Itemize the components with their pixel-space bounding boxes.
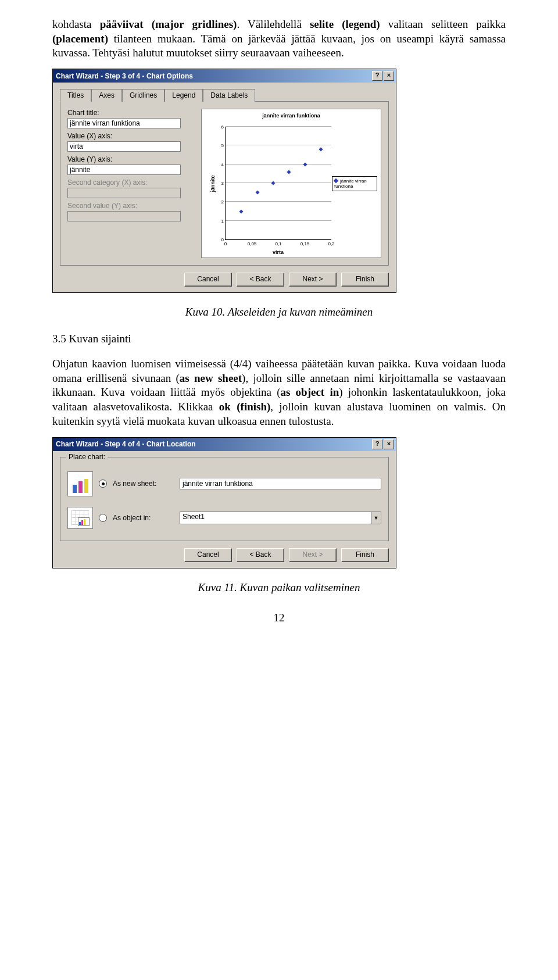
page-number: 12 (52, 611, 506, 624)
close-button[interactable]: × (384, 71, 394, 81)
section-3-5-heading: 3.5 Kuvan sijainti (52, 332, 506, 345)
chevron-down-icon[interactable]: ▼ (371, 512, 381, 524)
finish-button[interactable]: Finish (341, 548, 389, 562)
dialog-title: Chart Wizard - Step 4 of 4 - Chart Locat… (56, 440, 371, 448)
label-sec-x-axis: Second category (X) axis: (67, 178, 195, 187)
tabstrip: Titles Axes Gridlines Legend Data Labels (60, 88, 389, 102)
tab-gridlines[interactable]: Gridlines (122, 89, 164, 102)
radio-new-sheet[interactable] (99, 480, 107, 488)
label-sec-y-axis: Second value (Y) axis: (67, 202, 195, 210)
tab-data-labels[interactable]: Data Labels (203, 89, 255, 102)
chart-wizard-step4-dialog: Chart Wizard - Step 4 of 4 - Chart Locat… (52, 437, 396, 568)
back-button[interactable]: < Back (237, 548, 284, 562)
input-sec-y-axis (67, 211, 181, 221)
back-button[interactable]: < Back (237, 273, 284, 287)
dialog-title: Chart Wizard - Step 3 of 4 - Chart Optio… (56, 72, 371, 80)
label-as-object: As object in: (113, 514, 174, 522)
input-x-axis[interactable] (67, 141, 181, 152)
help-button[interactable]: ? (372, 71, 382, 81)
tab-legend[interactable]: Legend (164, 89, 203, 102)
radio-as-object[interactable] (99, 514, 107, 522)
label-y-axis: Value (Y) axis: (67, 155, 195, 163)
paragraph-1: kohdasta pääviivat (major gridlines). Vä… (52, 17, 506, 60)
place-chart-label: Place chart: (66, 453, 108, 461)
tab-axes[interactable]: Axes (91, 89, 122, 102)
input-new-sheet-name[interactable] (180, 478, 381, 489)
preview-ylabel: jännite (210, 175, 216, 192)
chart-wizard-step3-dialog: Chart Wizard - Step 3 of 4 - Chart Optio… (52, 69, 396, 293)
figure-10-caption: Kuva 10. Akseleiden ja kuvan nimeäminen (52, 306, 506, 319)
preview-xlabel: virta (225, 249, 331, 255)
paragraph-2: Ohjatun kaavion luomisen viimeisessä (4/… (52, 357, 506, 428)
input-y-axis[interactable] (67, 164, 181, 175)
help-button[interactable]: ? (372, 439, 382, 449)
label-chart-title: Chart title: (67, 109, 195, 117)
as-object-icon (67, 507, 93, 529)
finish-button[interactable]: Finish (341, 273, 389, 287)
new-sheet-icon (67, 471, 93, 496)
chart-preview: jännite virran funktiona jännite virta 0… (201, 109, 381, 258)
next-button: Next > (289, 548, 337, 562)
preview-legend: jännite virran funktiona (332, 176, 377, 191)
legend-marker-icon (334, 178, 338, 183)
close-button[interactable]: × (384, 439, 394, 449)
tab-panel-titles: Chart title: Value (X) axis: Value (Y) a… (60, 102, 389, 266)
select-target-sheet[interactable]: Sheet1 ▼ (180, 512, 381, 524)
figure-11-caption: Kuva 11. Kuvan paikan valitseminen (52, 581, 506, 594)
input-sec-x-axis (67, 188, 181, 198)
place-chart-group: Place chart: As new sheet: As object in: (60, 457, 389, 541)
preview-title: jännite virran funktiona (202, 113, 381, 119)
dialog-titlebar: Chart Wizard - Step 4 of 4 - Chart Locat… (53, 438, 396, 451)
input-chart-title[interactable] (67, 118, 181, 128)
cancel-button[interactable]: Cancel (184, 548, 232, 562)
tab-titles[interactable]: Titles (60, 89, 91, 102)
next-button[interactable]: Next > (289, 273, 337, 287)
dialog-titlebar: Chart Wizard - Step 3 of 4 - Chart Optio… (53, 69, 396, 83)
label-x-axis: Value (X) axis: (67, 132, 195, 140)
label-new-sheet: As new sheet: (113, 480, 174, 488)
cancel-button[interactable]: Cancel (184, 273, 232, 287)
